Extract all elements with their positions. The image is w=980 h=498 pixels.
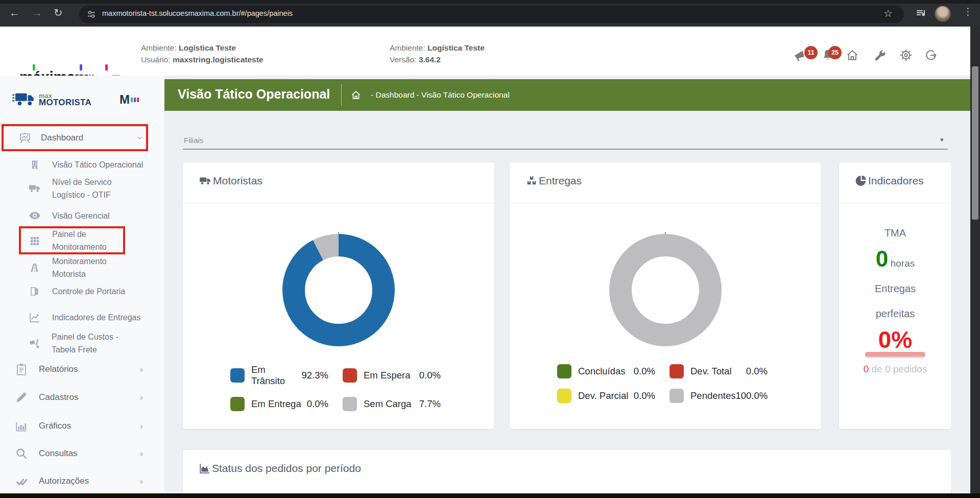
forward-icon[interactable]: →	[32, 7, 42, 18]
sidebar-item-consultas[interactable]: Consultas ›	[15, 447, 151, 460]
metric-label-line1: Entregas	[839, 283, 951, 295]
filiais-select[interactable]: Filiais	[184, 136, 203, 145]
divider	[510, 203, 821, 203]
eye-icon	[29, 212, 40, 220]
bar-chart-icon	[15, 420, 28, 432]
media-playlist-icon[interactable]	[915, 7, 927, 19]
app-header: máximaTECH Ambiente: Logística Teste Usu…	[0, 27, 970, 76]
wrench-icon[interactable]	[873, 48, 887, 62]
pie-chart-icon	[855, 175, 867, 186]
indicadores-title: Indicadores	[868, 175, 924, 187]
maxmotorista-logo: max MOTORISTA	[12, 91, 91, 108]
sidebar-item-dashboard[interactable]: Dashboard ›	[18, 131, 151, 145]
chevron-right-icon: ›	[140, 365, 143, 374]
dolly-icon	[29, 338, 40, 349]
page-titlebar: Visão Tático Operacional - Dashboard - V…	[164, 79, 970, 111]
truck-icon	[29, 184, 41, 193]
clipboard-icon	[15, 363, 28, 375]
mini-tick-pink	[137, 98, 139, 102]
motoristas-donut-chart	[280, 231, 397, 349]
entregas-card-header: Entregas	[526, 172, 582, 190]
back-icon[interactable]: ←	[9, 7, 20, 18]
legend-item[interactable]: Em Espera 0.0%	[343, 364, 441, 387]
legend-item[interactable]: Sem Carga 7.7%	[343, 397, 441, 411]
divider	[183, 203, 494, 203]
legend-item[interactable]: Em Trânsito 92.3%	[230, 364, 328, 387]
home-icon[interactable]	[845, 48, 859, 62]
sidebar-item-nivel-servico[interactable]: Nível de Servico Logístico - OTIF	[29, 176, 124, 201]
url-text[interactable]: maxmotorista-tst.solucoesmaxima.com.br/#…	[102, 9, 293, 17]
sidebar-item-relatorios[interactable]: Relatórios ›	[15, 363, 151, 375]
scrollbar-thumb[interactable]	[972, 66, 978, 220]
metric-label-line2: perfeitas	[839, 308, 951, 320]
ambiente-left: Ambiente: Logística Teste	[141, 43, 236, 53]
gear-icon[interactable]	[899, 48, 913, 62]
bell-badge[interactable]: 25	[828, 46, 842, 59]
legend-item[interactable]: Pendentes 100.0%	[670, 389, 768, 403]
bottom-edge-bar	[0, 493, 980, 498]
chevron-right-icon: ›	[140, 393, 143, 402]
road-icon	[30, 263, 40, 273]
legend-item[interactable]: Em Entrega 0.0%	[230, 397, 328, 411]
tma-label: TMA	[839, 227, 951, 239]
grid-icon	[30, 235, 40, 246]
filiais-dropdown-arrow-icon[interactable]: ▾	[940, 136, 944, 144]
logo-tick-blue	[80, 64, 82, 70]
chart-line-icon	[29, 312, 40, 323]
entregas-legend: Concluídas 0.0% Dev. Total 0.0% Dev. Par…	[557, 364, 768, 403]
legend-item[interactable]: Dev. Total 0.0%	[670, 364, 768, 378]
sidebar-item-monitoramento-motorista[interactable]: Monitoramento Motorista	[30, 255, 129, 280]
legend-swatch	[230, 397, 245, 411]
truck-logo-icon	[12, 91, 36, 108]
logout-icon[interactable]	[924, 48, 938, 62]
legend-swatch	[557, 389, 571, 403]
browser-toolbar: ← → ↻ ☆ maxmotorista-tst.solucoesmaxima.…	[0, 0, 980, 27]
area-chart-icon	[199, 463, 210, 474]
motoristas-card: Motoristas Em Trânsito 92.3% Em Espera 0…	[183, 162, 494, 429]
sidebar-item-controle-portaria[interactable]: Controle de Portaria	[30, 285, 154, 298]
page-title: Visão Tático Operacional	[178, 87, 330, 102]
site-info-icon[interactable]	[86, 9, 97, 19]
megaphone-badge[interactable]: 11	[804, 46, 818, 59]
browser-profile-avatar[interactable]	[935, 6, 951, 22]
legend-swatch	[343, 368, 357, 383]
entregas-title: Entregas	[539, 175, 582, 187]
sidebar-item-painel-monitoramento[interactable]: Painel de Monitoramento	[30, 228, 124, 253]
sidebar-item-visao-tatico[interactable]: Visão Tático Operacional	[30, 158, 154, 171]
mini-logo: M	[119, 92, 139, 107]
sidebar-item-autorizacoes[interactable]: Autorizações ›	[15, 476, 151, 486]
reload-icon[interactable]: ↻	[54, 7, 63, 18]
sidebar-item-indicadores-entregas[interactable]: Indicadores de Entregas	[29, 311, 154, 324]
sidebar-item-painel-custos[interactable]: Painel de Custos - Tabela Frete	[29, 330, 128, 356]
legend-swatch	[670, 389, 684, 403]
indicadores-card: Indicadores TMA 0 horas Entregas perfeit…	[839, 162, 951, 429]
entregas-donut-chart	[607, 231, 724, 349]
mini-tick-green	[131, 98, 133, 102]
legend-item[interactable]: Dev. Parcial 0.0%	[557, 389, 655, 403]
chevron-right-icon: ›	[140, 449, 143, 458]
percent-progress-bar	[865, 352, 925, 357]
versao: Versão: 3.64.2	[390, 55, 441, 64]
filiais-underline	[183, 149, 948, 150]
legend-swatch	[230, 368, 245, 383]
bookmark-star-icon[interactable]: ☆	[883, 8, 893, 18]
truck-icon	[199, 176, 211, 185]
status-pedidos-card: Status dos pedidos por período	[183, 450, 951, 493]
chevron-down-icon: ›	[136, 136, 145, 139]
sidebar-item-visao-gerencial[interactable]: Visão Gerencial	[29, 209, 154, 222]
sidebar-item-cadastros[interactable]: Cadastros ›	[15, 391, 151, 404]
chevron-right-icon: ›	[140, 477, 143, 486]
pencil-icon	[15, 391, 28, 404]
door-icon	[30, 286, 40, 296]
breadcrumb-home-icon[interactable]	[350, 89, 362, 101]
usuario: Usuário: maxstring.logisticateste	[141, 55, 263, 64]
mini-tick-blue	[134, 98, 136, 102]
boxes-icon	[526, 175, 537, 186]
sidebar-item-graficos[interactable]: Gráficos ›	[15, 420, 151, 432]
tma-value: 0 horas	[839, 246, 951, 272]
legend-swatch	[670, 364, 684, 378]
browser-menu-icon[interactable]: ⋮	[963, 7, 973, 16]
legend-item[interactable]: Concluídas 0.0%	[557, 364, 655, 378]
legend-swatch	[343, 397, 357, 411]
ambiente-center: Ambiente: Logística Teste	[390, 43, 485, 53]
